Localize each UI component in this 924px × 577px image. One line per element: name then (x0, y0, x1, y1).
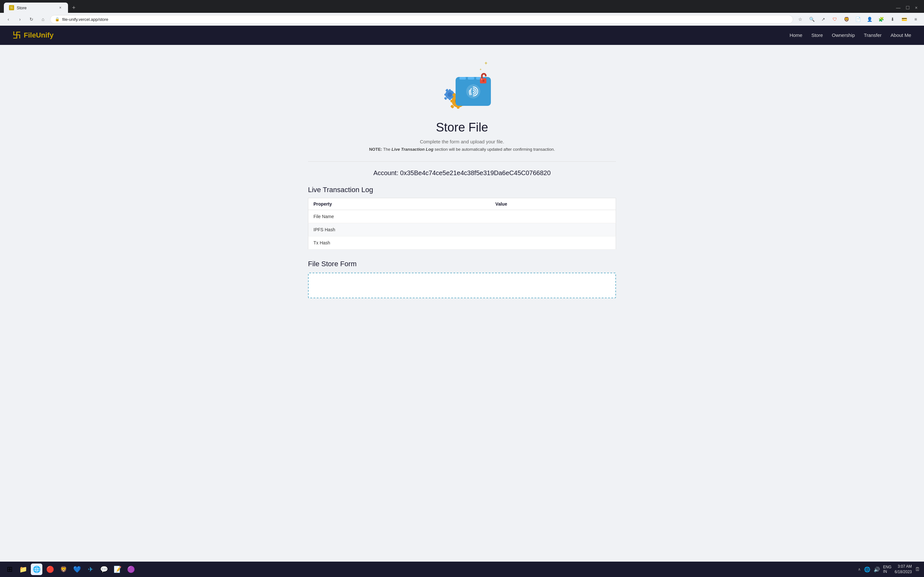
wallet-icon[interactable]: 💳 (900, 15, 909, 24)
note-italic: Live Transaction Log (392, 147, 434, 152)
svg-rect-7 (444, 93, 447, 95)
minimize-button[interactable]: — (896, 5, 901, 10)
main-content: + + (302, 45, 622, 311)
taskbar: ⊞ 📁 🌐 🔴 🦁 💙 ✈ 💬 📝 🟣 ∧ 🌐 🔊 ENG IN 3:07 AM… (0, 562, 924, 577)
nav-about-me[interactable]: About Me (891, 32, 911, 38)
taskbar-volume: 🔊 (874, 566, 880, 572)
taskbar-vscode[interactable]: 💙 (71, 564, 83, 575)
active-tab[interactable]: 卐 Store × (4, 3, 68, 13)
note-suffix: section will be automatically updated af… (434, 147, 555, 152)
nav-ownership[interactable]: Ownership (832, 32, 855, 38)
illustration-svg: + + (430, 58, 494, 114)
svg-point-3 (448, 92, 452, 97)
row-ipfs-hash-label: IPFS Hash (308, 223, 490, 236)
log-header-row: Property Value (308, 198, 616, 210)
refresh-button[interactable]: ↻ (27, 15, 36, 24)
log-section-title: Live Transaction Log (308, 186, 616, 194)
taskbar-brave[interactable]: 🦁 (58, 564, 69, 575)
taskbar-language: ENG IN (883, 565, 892, 574)
taskbar-time: 3:07 AM (895, 564, 912, 569)
note-text: The (383, 147, 392, 152)
app-nav-links: Home Store Ownership Transfer About Me (790, 32, 911, 38)
nav-home[interactable]: Home (790, 32, 802, 38)
brave-shield-icon[interactable]: 🛡 (830, 15, 839, 24)
taskbar-file-explorer[interactable]: 📁 (17, 564, 29, 575)
svg-point-26 (466, 84, 480, 98)
log-table-head: Property Value (308, 198, 616, 210)
toolbar-icons: ☆ 🔍 ↗ 🛡 🦁 📄 👤 🧩 ⬇ 💳 ≡ (796, 15, 920, 24)
svg-rect-5 (449, 98, 451, 100)
back-button[interactable]: ‹ (4, 15, 13, 24)
maximize-button[interactable]: ☐ (906, 5, 910, 10)
taskbar-edge[interactable]: 🌐 (31, 564, 42, 575)
app-logo: 卐 FileUnify (13, 30, 53, 40)
extension1-icon[interactable]: 🦁 (842, 15, 851, 24)
app-navbar: 卐 FileUnify Home Store Ownership Transfe… (0, 26, 924, 45)
taskbar-purple-app[interactable]: 🟣 (125, 564, 137, 575)
close-button[interactable]: × (915, 5, 918, 10)
bookmark-icon[interactable]: ☆ (796, 15, 805, 24)
new-tab-button[interactable]: + (69, 3, 78, 12)
tab-bar: 卐 Store × + — ☐ × (0, 0, 924, 13)
taskbar-chrome[interactable]: 🔴 (44, 564, 56, 575)
table-row: Tx Hash (308, 236, 616, 250)
home-button[interactable]: ⌂ (39, 15, 47, 24)
form-section-title: File Store Form (308, 260, 616, 268)
table-row: File Name (308, 210, 616, 223)
tab-close-button[interactable]: × (58, 5, 63, 10)
share-icon[interactable]: ↗ (819, 15, 828, 24)
forward-button[interactable]: › (15, 15, 24, 24)
log-table: Property Value File Name IPFS Hash Tx Ha… (308, 198, 616, 250)
taskbar-notifications[interactable]: 🗓 (915, 566, 920, 572)
row-ipfs-hash-value (490, 223, 616, 236)
download-icon[interactable]: ⬇ (888, 15, 897, 24)
extension2-icon[interactable]: 📄 (853, 15, 863, 24)
extension4-icon[interactable]: 🧩 (877, 15, 885, 24)
search-icon[interactable]: 🔍 (807, 15, 816, 24)
svg-text:+: + (484, 60, 487, 66)
svg-rect-17 (450, 100, 454, 102)
extension3-icon[interactable]: 👤 (865, 15, 874, 24)
hero-illustration: + + (430, 58, 494, 116)
tab-favicon: 卐 (9, 5, 14, 10)
svg-text:+: + (480, 68, 482, 71)
taskbar-network: 🌐 (864, 566, 871, 572)
file-drop-zone[interactable] (308, 272, 616, 298)
hero-section: + + (308, 58, 616, 152)
svg-rect-15 (457, 106, 460, 109)
address-bar-row: ‹ › ↻ ⌂ 🔒 file-unify.vercel.app/store ☆ … (0, 13, 924, 26)
taskbar-telegram[interactable]: ✈ (85, 564, 96, 575)
svg-rect-24 (468, 77, 474, 79)
table-row: IPFS Hash (308, 223, 616, 236)
account-label: Account: (373, 169, 398, 176)
col-property: Property (308, 198, 490, 210)
row-tx-hash-label: Tx Hash (308, 236, 490, 250)
taskbar-notion[interactable]: 📝 (112, 564, 123, 575)
hero-subtitle: Complete the form and upload your file. (420, 139, 504, 144)
svg-point-28 (482, 80, 484, 82)
divider (308, 161, 616, 162)
address-bar[interactable]: 🔒 file-unify.vercel.app/store (50, 15, 793, 24)
nav-store[interactable]: Store (811, 32, 823, 38)
taskbar-system-tray: ∧ 🌐 🔊 ENG IN 3:07 AM 6/18/2023 🗓 (858, 564, 920, 575)
taskbar-show-hidden[interactable]: ∧ (858, 567, 861, 572)
nav-transfer[interactable]: Transfer (864, 32, 881, 38)
account-section: Account: 0x35Be4c74ce5e21e4c38f5e319Da6e… (308, 169, 616, 177)
note-bold: NOTE: (369, 147, 382, 152)
hero-note: NOTE: The Live Transaction Log section w… (369, 147, 555, 152)
logo-icon: 卐 (13, 30, 21, 40)
taskbar-clock: 3:07 AM 6/18/2023 (895, 564, 912, 575)
svg-rect-4 (449, 89, 451, 92)
secure-icon: 🔒 (55, 17, 60, 21)
menu-icon[interactable]: ≡ (911, 15, 920, 24)
taskbar-windows-start[interactable]: ⊞ (4, 564, 15, 575)
taskbar-discord[interactable]: 💬 (98, 564, 110, 575)
row-tx-hash-value (490, 236, 616, 250)
window-controls: — ☐ × (896, 5, 920, 10)
site-wrapper: 卐 FileUnify Home Store Ownership Transfe… (0, 26, 924, 577)
col-value: Value (490, 198, 616, 210)
taskbar-date: 6/18/2023 (895, 569, 912, 575)
browser-chrome: 卐 Store × + — ☐ × ‹ › ↻ ⌂ 🔒 file-unify.v… (0, 0, 924, 26)
row-file-name-label: File Name (308, 210, 490, 223)
svg-rect-23 (460, 77, 466, 79)
